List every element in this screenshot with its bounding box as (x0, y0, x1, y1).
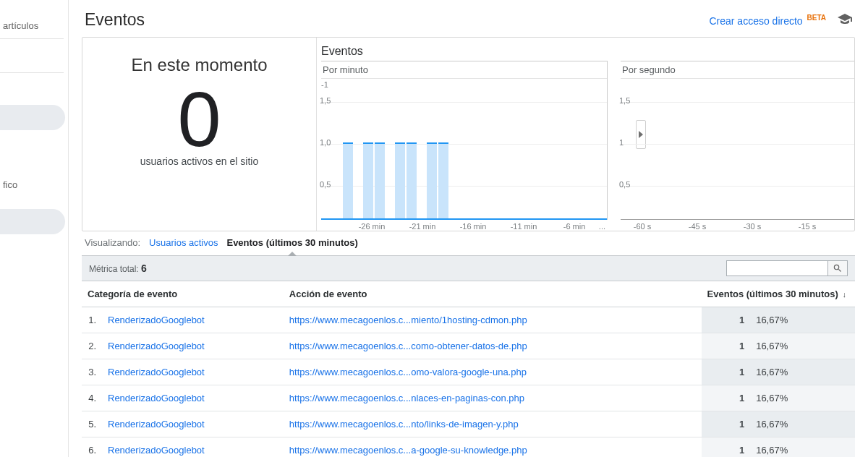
active-users-sublabel: usuarios activos en el sitio (82, 155, 316, 167)
realtime-panel: En este momento 0 usuarios activos en el… (82, 37, 855, 231)
y-tick: 0,5 (619, 180, 630, 189)
graduation-cap-icon[interactable] (838, 12, 852, 27)
row-category: RenderizadoGooglebot (102, 411, 284, 437)
row-action: https://www.mecagoenlos.c...como-obtener… (284, 333, 702, 359)
category-link[interactable]: RenderizadoGooglebot (108, 367, 205, 377)
x-tick: -6 min (563, 222, 586, 231)
col-events[interactable]: Eventos (últimos 30 minutos) ↓ (702, 281, 855, 307)
row-percent: 16,67% (750, 411, 855, 437)
x-tick: -11 min (511, 222, 537, 231)
table-row: 2.RenderizadoGooglebothttps://www.mecago… (82, 333, 855, 359)
main-content: Eventos Crear acceso directo BETA En est… (69, 0, 868, 457)
category-link[interactable]: RenderizadoGooglebot (108, 393, 205, 403)
row-category: RenderizadoGooglebot (102, 307, 284, 333)
sidebar-item-active2[interactable] (0, 209, 65, 234)
x-tick: -30 s (744, 222, 761, 231)
chart-per-second: Por segundo 1,5 1 0,5 -60 s -45 s -30 s … (621, 61, 854, 220)
table-row: 6.RenderizadoGooglebothttps://www.mecago… (82, 437, 855, 458)
table-row: 4.RenderizadoGooglebothttps://www.mecago… (82, 385, 855, 411)
category-link[interactable]: RenderizadoGooglebot (108, 419, 205, 430)
row-percent: 16,67% (750, 307, 855, 333)
table-search-input[interactable] (726, 260, 827, 276)
chart-bar (395, 142, 405, 219)
row-percent: 16,67% (750, 385, 855, 411)
y-tick: 1,0 (320, 138, 331, 147)
chart-bar (375, 142, 385, 219)
create-shortcut-link[interactable]: Crear acceso directo BETA (709, 14, 826, 27)
action-link[interactable]: https://www.mecagoenlos.c...omo-valora-g… (289, 367, 527, 377)
row-action: https://www.mecagoenlos.c...nlaces-en-pa… (284, 385, 702, 411)
row-action: https://www.mecagoenlos.c...omo-valora-g… (284, 359, 702, 385)
row-count: 1 (702, 385, 751, 411)
table-row: 1.RenderizadoGooglebothttps://www.mecago… (82, 307, 855, 333)
category-link[interactable]: RenderizadoGooglebot (108, 315, 205, 325)
chart-per-minute: Por minuto 1,5 1,0 0,5 -1 (321, 61, 608, 220)
row-index: 1. (82, 307, 102, 333)
y-tick: 1,5 (320, 96, 331, 105)
metric-total-bar: Métrica total: 6 (82, 255, 855, 281)
sidebar-item-active[interactable] (0, 105, 65, 130)
row-index: 5. (82, 411, 102, 437)
row-count: 1 (702, 359, 751, 385)
page-title: Eventos (85, 10, 145, 30)
search-icon (833, 263, 843, 273)
viewing-bar: Visualizando: Usuarios activos Eventos (… (82, 231, 855, 251)
y-tick: -1 (321, 80, 328, 89)
chart-per-second-title: Por segundo (621, 61, 854, 75)
y-tick: 0,5 (320, 180, 331, 189)
col-action[interactable]: Acción de evento (284, 281, 702, 307)
table-search-button[interactable] (827, 260, 848, 276)
x-tick: -45 s (689, 222, 706, 231)
chart-bar (363, 142, 373, 219)
row-percent: 16,67% (750, 333, 855, 359)
x-tick: -21 min (409, 222, 436, 231)
category-link[interactable]: RenderizadoGooglebot (108, 445, 205, 456)
table-row: 3.RenderizadoGooglebothttps://www.mecago… (82, 359, 855, 385)
x-tick: -26 min (359, 222, 386, 231)
y-tick: 1,5 (619, 96, 630, 105)
x-tick: -15 s (799, 222, 816, 231)
row-index: 2. (82, 333, 102, 359)
action-link[interactable]: https://www.mecagoenlos.c...como-obtener… (289, 341, 527, 351)
beta-badge: BETA (807, 14, 826, 22)
active-users-count: 0 (82, 78, 316, 160)
tab-events-30min[interactable]: Eventos (últimos 30 minutos) (226, 237, 357, 248)
sidebar-item-articles[interactable]: artículos (0, 14, 68, 38)
action-link[interactable]: https://www.mecagoenlos.c...miento/1host… (289, 315, 527, 325)
x-tick: -60 s (634, 222, 651, 231)
row-count: 1 (702, 307, 751, 333)
create-shortcut-label: Crear acceso directo (709, 14, 802, 26)
chart-per-minute-title: Por minuto (321, 61, 607, 75)
viewing-label: Visualizando: (85, 237, 140, 248)
active-users-block: En este momento 0 usuarios activos en el… (82, 38, 317, 231)
x-tick-dots: ... (599, 222, 605, 231)
action-link[interactable]: https://www.mecagoenlos.c...nlaces-en-pa… (289, 393, 524, 403)
category-link[interactable]: RenderizadoGooglebot (108, 341, 205, 351)
row-action: https://www.mecagoenlos.c...miento/1host… (284, 307, 702, 333)
row-count: 1 (702, 437, 751, 458)
chart-bar (427, 142, 437, 219)
y-tick: 1 (619, 138, 624, 147)
events-table: Categoría de evento Acción de evento Eve… (82, 281, 855, 457)
row-index: 3. (82, 359, 102, 385)
row-action: https://www.mecagoenlos.c...a-google-su-… (284, 437, 702, 458)
row-percent: 16,67% (750, 359, 855, 385)
row-category: RenderizadoGooglebot (102, 359, 284, 385)
row-index: 6. (82, 437, 102, 458)
row-category: RenderizadoGooglebot (102, 333, 284, 359)
table-row: 5.RenderizadoGooglebothttps://www.mecago… (82, 411, 855, 437)
action-link[interactable]: https://www.mecagoenlos.c...a-google-su-… (289, 445, 527, 456)
action-link[interactable]: https://www.mecagoenlos.c...nto/links-de… (289, 419, 519, 430)
tab-active-users[interactable]: Usuarios activos (149, 237, 218, 248)
tab-caret-icon (288, 252, 297, 256)
events-heading: Eventos (321, 45, 854, 58)
col-events-label: Eventos (últimos 30 minutos) (707, 289, 838, 299)
left-sidebar: artículos fico (0, 0, 69, 457)
col-category[interactable]: Categoría de evento (82, 281, 284, 307)
sidebar-item-traffic[interactable]: fico (0, 174, 68, 197)
row-count: 1 (702, 411, 751, 437)
chart-bar (438, 142, 448, 219)
moment-title: En este momento (82, 55, 316, 75)
row-percent: 16,67% (750, 437, 855, 458)
chart-bar (407, 142, 417, 219)
